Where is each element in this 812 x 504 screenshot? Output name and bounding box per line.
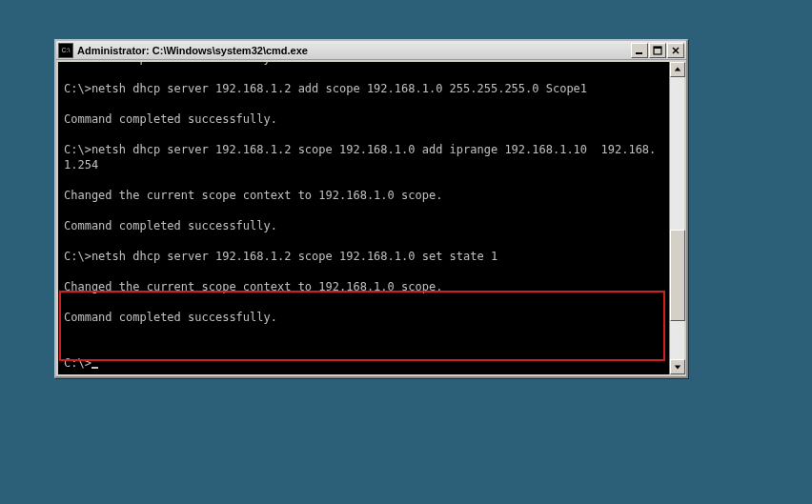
terminal-line (64, 233, 663, 249)
terminal-line: Changed the current scope context to 192… (64, 279, 663, 294)
svg-rect-0 (636, 52, 642, 54)
terminal-line (64, 203, 663, 218)
terminal-line: Command completed successfully. (64, 111, 663, 127)
scroll-up-button[interactable] (670, 62, 685, 77)
titlebar[interactable]: C:\ Administrator: C:\Windows\system32\c… (56, 41, 686, 60)
terminal-line (64, 340, 663, 355)
terminal-line: C:\>netsh dhcp server 192.168.1.2 scope … (64, 142, 663, 172)
scrollbar-track[interactable] (670, 77, 684, 359)
close-button[interactable] (667, 43, 684, 58)
terminal-line (64, 96, 663, 111)
terminal-line (64, 172, 663, 188)
terminal-line: Command completed successfully. (64, 218, 663, 233)
minimize-button[interactable] (631, 43, 648, 58)
cmd-window: C:\ Administrator: C:\Windows\system32\c… (54, 39, 688, 378)
window-title: Administrator: C:\Windows\system32\cmd.e… (77, 45, 631, 56)
terminal-line: Changed the current scope context to 192… (64, 188, 663, 203)
window-icon: C:\ (58, 43, 73, 58)
terminal-line: C:\>netsh dhcp server 192.168.1.2 add sc… (64, 81, 663, 96)
prompt-text: C:\> (64, 356, 91, 370)
terminal-line: C:\>netsh dhcp server 192.168.1.2 scope … (64, 249, 663, 264)
svg-rect-2 (654, 47, 661, 49)
terminal-line (64, 325, 663, 340)
terminal-output[interactable]: The DHCP Server service was started succ… (58, 62, 669, 374)
maximize-button[interactable] (649, 43, 666, 58)
terminal-line (64, 264, 663, 279)
vertical-scrollbar[interactable] (669, 62, 684, 374)
terminal-line (64, 66, 663, 81)
terminal-line: Command completed successfully. (64, 310, 663, 325)
scrollbar-thumb[interactable] (670, 230, 685, 321)
svg-marker-5 (675, 68, 680, 71)
scroll-down-button[interactable] (670, 359, 685, 374)
terminal-line (64, 294, 663, 310)
svg-marker-6 (675, 365, 680, 369)
terminal-line (64, 127, 663, 142)
window-controls (631, 43, 684, 58)
text-cursor (91, 367, 98, 369)
terminal-prompt-line[interactable]: C:\> (64, 355, 663, 371)
terminal-container: The DHCP Server service was started succ… (58, 62, 684, 374)
